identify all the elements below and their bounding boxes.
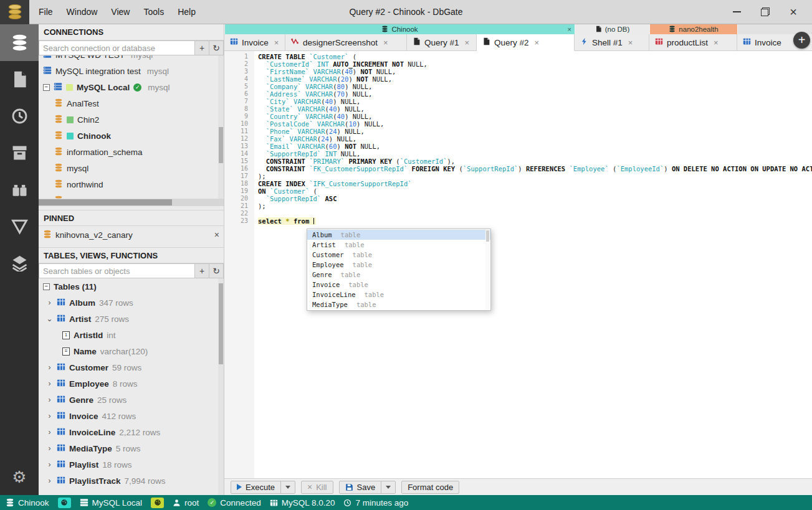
table-item-invoiceline[interactable]: ›InvoiceLine2,212 rows [39, 424, 224, 440]
autocomplete-item-genre[interactable]: Genretable [307, 270, 490, 280]
connection-item-mysql-integration-test[interactable]: MySQL integration testmysql [39, 63, 224, 79]
chevron-right-icon[interactable]: › [46, 460, 53, 469]
pinned-item-knihovna_v2_canary[interactable]: knihovna_v2_canary× [39, 226, 224, 243]
connection-item-northwind[interactable]: northwind [39, 176, 224, 192]
chevron-right-icon[interactable]: › [46, 428, 53, 437]
connections-search-input[interactable] [39, 40, 195, 55]
autocomplete-item-artist[interactable]: Artisttable [307, 240, 490, 250]
tab-group-header-Chinook[interactable]: Chinook× [224, 24, 575, 34]
connection-item-mysql-wd-test[interactable]: MYSQL WD TESTmysql [39, 55, 224, 63]
autocomplete-item-mediatype[interactable]: MediaTypetable [307, 300, 490, 309]
chevron-right-icon[interactable]: › [46, 379, 53, 388]
tab-productlist[interactable]: productList× [649, 34, 737, 50]
collapse-box-icon[interactable]: − [43, 283, 50, 290]
rail-settings-gear-icon[interactable]: ⚙ [0, 458, 39, 495]
table-item-employee[interactable]: ›Employee8 rows [39, 375, 224, 392]
close-icon[interactable]: × [790, 7, 797, 16]
new-tab-button[interactable]: + [793, 32, 810, 49]
autocomplete-item-album[interactable]: Albumtable [307, 230, 490, 240]
autocomplete-item-invoiceline[interactable]: InvoiceLinetable [307, 290, 490, 300]
close-tab-icon[interactable]: × [714, 38, 719, 47]
close-tab-icon[interactable]: × [465, 38, 470, 47]
chevron-right-icon[interactable]: › [46, 412, 53, 420]
tab-query-2[interactable]: Query #2× [477, 34, 575, 51]
autocomplete-item-employee[interactable]: Employeetable [307, 260, 490, 270]
connections-horizontal-scrollbar[interactable] [39, 199, 224, 206]
connection-item-mysql-local[interactable]: −MySQL Local✓mysql [39, 79, 224, 95]
add-connection-button[interactable]: + [195, 40, 209, 55]
execute-button[interactable]: Execute [231, 481, 280, 493]
rail-history-icon[interactable] [0, 98, 39, 135]
save-dropdown-button[interactable] [381, 481, 395, 493]
chevron-right-icon[interactable]: › [46, 363, 53, 372]
autocomplete-item-invoice[interactable]: Invoicetable [307, 280, 490, 290]
menu-item-tools[interactable]: Tools [136, 1, 171, 24]
chevron-right-icon[interactable]: › [46, 298, 53, 307]
table-item-mediatype[interactable]: ›MediaType5 rows [39, 440, 224, 456]
connection-item-chinook[interactable]: Chinook [39, 128, 224, 144]
tables-vertical-scrollbar[interactable] [218, 278, 224, 495]
rail-archive-icon[interactable] [0, 135, 39, 171]
rail-triangle-icon[interactable] [0, 208, 39, 245]
table-item-genre[interactable]: ›Genre25 rows [39, 392, 224, 408]
collapse-box-icon[interactable]: − [43, 84, 50, 91]
connection-item-mysql[interactable]: mysql [39, 160, 224, 176]
chevron-right-icon[interactable]: › [46, 476, 53, 485]
column-item-artistid[interactable]: 1ArtistIdint [39, 327, 224, 343]
objects-search-input[interactable] [39, 263, 195, 278]
tab-group-nano2health: nano2healthproductList× [649, 24, 737, 51]
menu-item-window[interactable]: Window [60, 1, 105, 24]
tab-group-header-nano2health[interactable]: nano2health [649, 24, 737, 34]
database-color-chip[interactable] [58, 498, 71, 508]
connection-item[interactable] [39, 192, 224, 199]
autocomplete-scrollbar[interactable] [485, 230, 490, 309]
tab-group-header-(no DB)[interactable]: (no DB) [575, 24, 649, 34]
format-code-button[interactable]: Format code [401, 481, 459, 494]
connection-item-analtest[interactable]: AnalTest [39, 95, 224, 111]
restore-icon[interactable] [761, 7, 770, 16]
rail-plugins-icon[interactable] [0, 171, 39, 208]
table-item-artist[interactable]: ⌄Artist275 rows [39, 311, 224, 327]
chevron-right-icon[interactable]: › [46, 444, 53, 453]
tab-query-1[interactable]: Query #1× [407, 34, 477, 50]
rail-file-icon[interactable] [0, 61, 39, 98]
rail-layers-icon[interactable] [0, 245, 39, 281]
close-tab-icon[interactable]: × [535, 38, 540, 47]
refresh-connections-button[interactable]: ↻ [209, 40, 224, 55]
execute-dropdown-button[interactable] [280, 481, 295, 493]
connection-item-information-schema[interactable]: information_schema [39, 144, 224, 160]
menu-item-file[interactable]: File [32, 1, 60, 24]
table-item-album[interactable]: ›Album347 rows [39, 295, 224, 311]
chevron-right-icon[interactable]: › [46, 395, 53, 404]
menu-item-view[interactable]: View [104, 1, 136, 24]
close-tab-icon[interactable]: × [383, 38, 388, 47]
connections-vertical-scrollbar[interactable] [218, 55, 224, 199]
add-object-button[interactable]: + [195, 263, 209, 278]
rail-database-icon[interactable] [0, 24, 39, 61]
unpin-close-icon[interactable]: × [214, 230, 219, 240]
close-tab-icon[interactable]: × [274, 38, 279, 47]
menu-item-help[interactable]: Help [171, 1, 203, 24]
table-item-customer[interactable]: ›Customer59 rows [39, 359, 224, 375]
table-item-playlist[interactable]: ›Playlist18 rows [39, 456, 224, 473]
table-item-invoice[interactable]: ›Invoice412 rows [39, 408, 224, 424]
table-item-playlisttrack[interactable]: ›PlaylistTrack7,994 rows [39, 473, 224, 489]
close-group-icon[interactable]: × [568, 26, 571, 33]
kill-button[interactable]: × Kill [301, 481, 333, 494]
color-chip [67, 116, 74, 123]
code-line-12: `Fax` VARCHAR(24) NULL, [258, 135, 812, 143]
refresh-objects-button[interactable]: ↻ [209, 263, 224, 278]
server-icon [54, 82, 62, 93]
tab-shell-1[interactable]: Shell #1× [575, 34, 649, 50]
column-item-name[interactable]: ≡Namevarchar(120) [39, 343, 224, 359]
tab-designerscreenshot[interactable]: designerScreenshot× [285, 34, 407, 50]
tab-invoice[interactable]: Invoice× [224, 34, 285, 50]
chevron-down-icon[interactable]: ⌄ [46, 314, 53, 323]
close-tab-icon[interactable]: × [628, 38, 633, 47]
tables-group-row[interactable]: −Tables (11) [39, 278, 224, 295]
server-color-chip[interactable] [151, 498, 164, 508]
connection-item-chin2[interactable]: Chin2 [39, 111, 224, 128]
minimize-icon[interactable] [733, 11, 741, 12]
save-button[interactable]: Save [340, 481, 381, 493]
autocomplete-item-customer[interactable]: Customertable [307, 250, 490, 260]
